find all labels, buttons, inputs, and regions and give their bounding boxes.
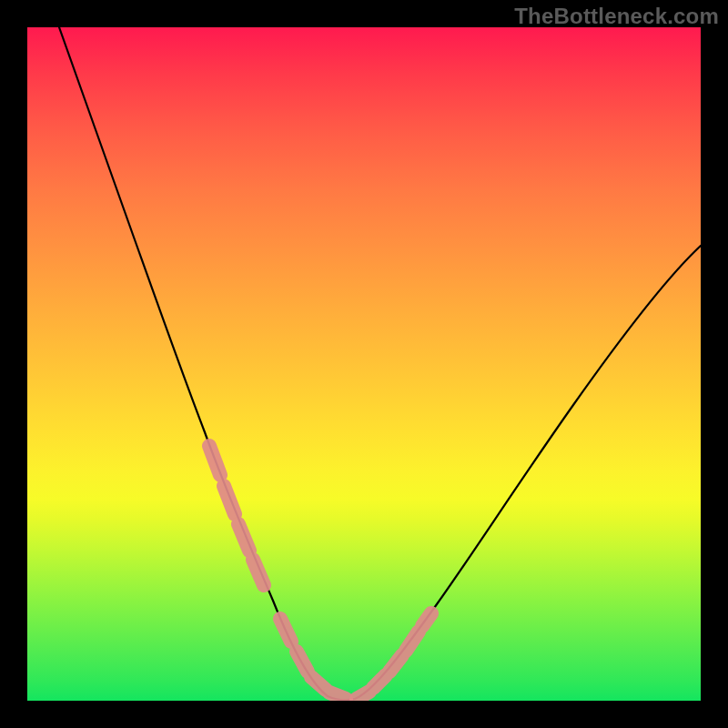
- plot-gradient-background: [27, 27, 701, 701]
- chart-frame: TheBottleneck.com: [0, 0, 728, 728]
- watermark-text: TheBottleneck.com: [514, 4, 719, 29]
